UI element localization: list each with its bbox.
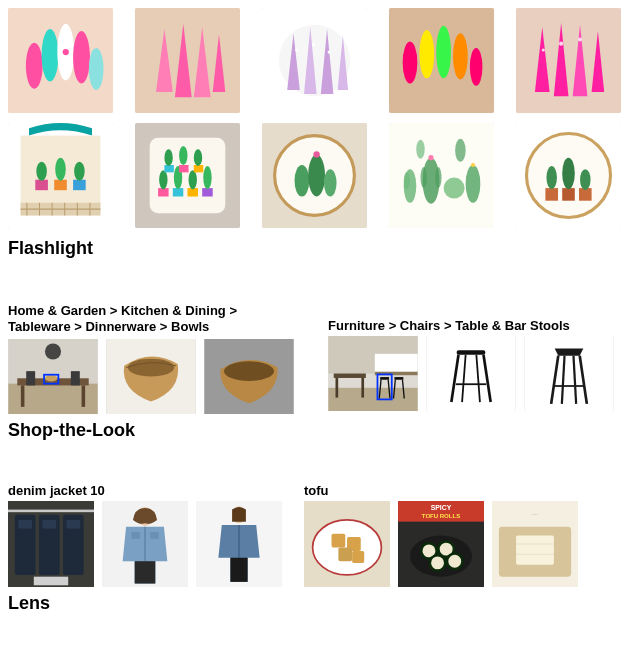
svg-point-30 (74, 162, 85, 181)
result-image-bowl-1 (106, 339, 196, 414)
heading-shop-the-look: Shop-the-Look (8, 420, 632, 441)
label-denim: denim jacket 10 (8, 483, 282, 498)
svg-rect-29 (73, 180, 86, 191)
svg-rect-27 (54, 180, 67, 191)
query-image-denim-rack (8, 501, 94, 587)
breadcrumb-bowls-line1: Home & Garden > Kitchen & Dining > (8, 303, 237, 318)
result-image-bowl-2 (204, 339, 294, 414)
svg-point-41 (159, 170, 167, 189)
flashlight-row-nails (8, 8, 632, 113)
svg-point-16 (436, 26, 451, 79)
svg-rect-130 (34, 576, 68, 585)
result-image-nails-1 (135, 8, 240, 113)
svg-point-45 (189, 170, 197, 189)
svg-text:····: ···· (532, 511, 539, 517)
svg-point-11 (312, 43, 315, 46)
svg-point-69 (471, 163, 475, 167)
svg-point-53 (194, 149, 202, 166)
svg-rect-40 (158, 188, 169, 196)
svg-rect-42 (173, 188, 184, 196)
svg-rect-129 (66, 519, 80, 528)
section-flashlight: Flashlight (8, 8, 632, 259)
svg-rect-76 (562, 188, 575, 201)
svg-point-22 (542, 48, 545, 51)
svg-point-18 (470, 48, 483, 86)
svg-point-68 (428, 155, 433, 160)
svg-text:TOFU ROLLS: TOFU ROLLS (422, 513, 460, 519)
svg-rect-140 (230, 557, 247, 581)
query-image-cactus-tote (8, 123, 113, 228)
svg-point-1 (26, 43, 43, 89)
svg-point-2 (42, 29, 59, 82)
svg-point-57 (308, 155, 325, 197)
heading-flashlight: Flashlight (8, 238, 632, 259)
svg-rect-19 (516, 8, 621, 113)
svg-rect-163 (516, 535, 554, 564)
svg-rect-50 (179, 165, 188, 172)
svg-rect-48 (164, 165, 173, 172)
svg-point-17 (453, 33, 468, 79)
svg-point-5 (89, 48, 104, 90)
svg-point-10 (295, 48, 298, 51)
result-image-nails-2 (262, 8, 367, 113)
heading-lens: Lens (8, 593, 632, 614)
stl-group-bowls: Home & Garden > Kitchen & Dining > Table… (8, 303, 312, 414)
spacer (8, 263, 632, 303)
result-image-cactus-hoop-2 (516, 123, 621, 228)
svg-point-70 (416, 140, 424, 159)
svg-rect-46 (202, 188, 213, 196)
svg-rect-86 (26, 371, 35, 385)
svg-rect-136 (135, 561, 156, 583)
svg-point-47 (203, 166, 211, 189)
query-image-nails (8, 8, 113, 113)
result-image-denim-1 (102, 501, 188, 587)
stl-group-stools: Furniture > Chairs > Table & Bar Stools (328, 303, 632, 414)
breadcrumb-bowls: Home & Garden > Kitchen & Dining > Table… (8, 303, 312, 336)
svg-rect-147 (352, 550, 364, 562)
svg-rect-99 (380, 377, 389, 380)
svg-rect-25 (35, 180, 48, 191)
result-image-nails-3 (389, 8, 494, 113)
svg-rect-146 (338, 547, 352, 561)
svg-point-66 (444, 178, 465, 199)
label-tofu: tofu (304, 483, 578, 498)
svg-rect-106 (336, 378, 339, 398)
svg-rect-110 (457, 350, 486, 354)
svg-rect-83 (21, 385, 25, 406)
svg-rect-128 (42, 519, 56, 528)
svg-rect-144 (332, 533, 346, 547)
svg-point-59 (313, 151, 319, 157)
svg-text:SPICY: SPICY (431, 503, 452, 510)
result-image-denim-2 (196, 501, 282, 587)
result-image-cactus-hoop-1 (262, 123, 367, 228)
svg-rect-127 (18, 519, 32, 528)
svg-point-93 (224, 361, 274, 381)
svg-point-21 (578, 37, 582, 41)
result-image-tofu-rolls: SPICY TOFU ROLLS (398, 501, 484, 587)
spacer (8, 445, 632, 483)
svg-point-62 (404, 172, 410, 189)
svg-point-4 (73, 31, 90, 84)
svg-rect-109 (426, 336, 515, 411)
svg-point-79 (580, 169, 591, 190)
scene-image-dining (8, 339, 98, 414)
result-image-stool-1 (426, 336, 516, 411)
svg-point-28 (55, 158, 66, 181)
section-lens: denim jacket 10 (8, 483, 632, 614)
result-image-cactus-watercolor (389, 123, 494, 228)
flashlight-row-cactus (8, 123, 632, 228)
svg-rect-52 (194, 165, 203, 172)
svg-point-91 (128, 358, 174, 376)
svg-rect-102 (394, 377, 403, 380)
svg-point-75 (546, 166, 557, 189)
lens-group-denim: denim jacket 10 (8, 483, 282, 587)
result-image-tofu-board: ···· (492, 501, 578, 587)
scene-image-kitchen (328, 336, 418, 411)
svg-point-49 (164, 149, 172, 166)
svg-rect-87 (71, 371, 80, 385)
svg-point-58 (324, 169, 337, 196)
svg-point-64 (421, 167, 427, 188)
svg-rect-116 (524, 336, 613, 411)
svg-point-77 (562, 158, 575, 190)
svg-point-56 (295, 165, 310, 197)
